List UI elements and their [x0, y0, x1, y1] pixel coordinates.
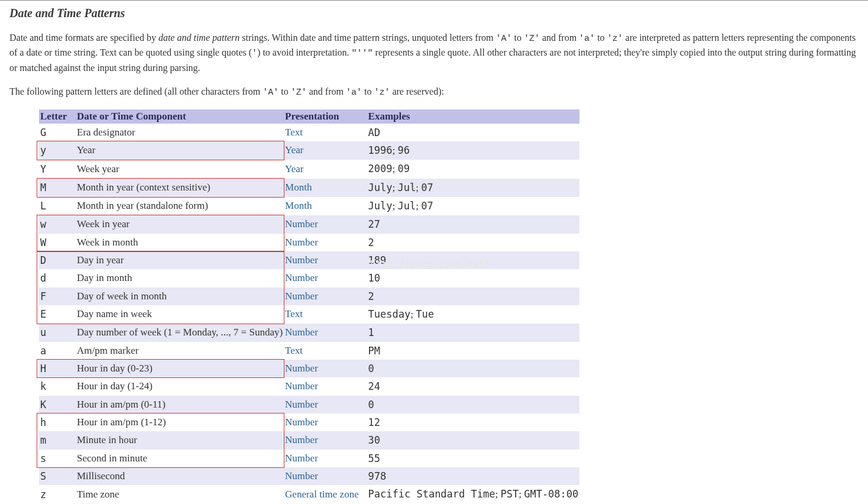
cell-component: Hour in am/pm (1-12) — [76, 413, 284, 431]
code: ' — [252, 49, 257, 59]
table-row: aAm/pm markerTextPM — [39, 342, 579, 360]
table-row: kHour in day (1-24)Number24 — [39, 377, 579, 395]
cell-letter: H — [39, 360, 76, 377]
table-row: HHour in day (0-23)Number0 — [39, 360, 579, 377]
cell-presentation[interactable]: Year — [284, 141, 367, 160]
cell-examples: PM — [367, 342, 580, 360]
table-row: SMillisecondNumber978 — [39, 467, 579, 485]
cell-examples: AD — [367, 124, 580, 141]
cell-presentation[interactable]: Text — [284, 305, 367, 324]
cell-component: Time zone — [76, 485, 284, 503]
cell-presentation[interactable]: Number — [284, 215, 367, 233]
cell-component: Week year — [76, 160, 284, 178]
cell-component: Day in year — [76, 251, 284, 269]
table-row: mMinute in hourNumber30 — [39, 431, 579, 449]
table-row: zTime zoneGeneral time zonePacific Stand… — [39, 485, 579, 503]
code: "''" — [352, 49, 373, 59]
cell-letter: u — [39, 324, 76, 341]
cell-examples: 1996; 96 — [367, 141, 580, 160]
table-row: KHour in am/pm (0-11)Number0 — [39, 396, 579, 413]
cell-examples: 10 — [367, 269, 580, 287]
cell-component: Month in year (standalone form) — [76, 197, 284, 215]
cell-letter: M — [39, 179, 76, 197]
text: to — [511, 33, 523, 43]
table-row: MMonth in year (context sensitive)MonthJ… — [39, 179, 579, 197]
cell-presentation[interactable]: Month — [284, 197, 367, 215]
cell-presentation[interactable]: Number — [284, 396, 367, 413]
cell-presentation[interactable]: Number — [284, 450, 367, 467]
text: strings. Within date and time pattern st… — [239, 33, 495, 43]
code: 'Z' — [291, 88, 307, 98]
cell-presentation[interactable]: Number — [284, 251, 367, 269]
code: 'z' — [607, 34, 623, 44]
cell-letter: S — [39, 467, 76, 485]
text: Date and time formats are specified by — [9, 33, 158, 43]
text: to — [278, 86, 290, 96]
col-examples: Examples — [367, 109, 580, 124]
cell-presentation[interactable]: Number — [284, 324, 367, 341]
cell-component: Hour in am/pm (0-11) — [76, 396, 284, 413]
cell-examples: 12 — [367, 413, 580, 431]
cell-presentation[interactable]: Text — [284, 124, 367, 141]
table-row: GEra designatorTextAD — [39, 124, 579, 141]
cell-letter: W — [39, 234, 76, 251]
cell-letter: L — [39, 197, 76, 215]
code: 'a' — [579, 34, 595, 44]
cell-component: Week in month — [76, 234, 284, 251]
cell-examples: Tuesday; Tue — [367, 305, 580, 324]
section-title: Date and Time Patterns — [9, 7, 859, 20]
cell-examples: 2009; 09 — [367, 160, 580, 178]
table-header-row: Letter Date or Time Component Presentati… — [39, 109, 579, 124]
cell-presentation[interactable]: Number — [284, 269, 367, 287]
table-row: DDay in yearNumber189 — [39, 251, 579, 269]
cell-component: Era designator — [76, 124, 284, 141]
cell-letter: m — [39, 431, 76, 449]
cell-component: Hour in day (0-23) — [76, 360, 284, 377]
cell-presentation[interactable]: Number — [284, 467, 367, 485]
cell-presentation[interactable]: Year — [284, 160, 367, 178]
cell-presentation[interactable]: Number — [284, 431, 367, 449]
cell-examples: Pacific Standard Time; PST; GMT-08:00 — [367, 485, 580, 503]
table-row: uDay number of week (1 = Monday, ..., 7 … — [39, 324, 579, 341]
cell-letter: a — [39, 342, 76, 360]
cell-presentation[interactable]: Text — [284, 342, 367, 360]
cell-letter: D — [39, 251, 76, 269]
cell-component: Hour in day (1-24) — [76, 377, 284, 395]
cell-examples: 0 — [367, 360, 580, 377]
code: 'A' — [263, 88, 278, 98]
cell-letter: h — [39, 413, 76, 431]
cell-examples: 0 — [367, 396, 580, 413]
cell-examples: 2 — [367, 287, 580, 305]
table-row: FDay of week in monthNumber2 — [39, 287, 579, 305]
cell-examples: 24 — [367, 377, 580, 395]
cell-letter: Y — [39, 160, 76, 178]
cell-component: Second in minute — [76, 450, 284, 467]
cell-letter: w — [39, 215, 76, 233]
emphasis: date and time pattern — [158, 33, 239, 43]
cell-presentation[interactable]: Number — [284, 413, 367, 431]
code: 'A' — [495, 34, 511, 44]
text: The following pattern letters are define… — [9, 86, 263, 96]
cell-component: Month in year (context sensitive) — [76, 179, 284, 197]
pattern-table: Letter Date or Time Component Presentati… — [39, 109, 579, 504]
cell-examples: 189 — [367, 251, 580, 269]
cell-presentation[interactable]: Number — [284, 360, 367, 377]
code: 'a' — [346, 88, 362, 98]
text: to — [595, 33, 607, 43]
text: to — [362, 86, 374, 96]
cell-letter: d — [39, 269, 76, 287]
table-row: YWeek yearYear2009; 09 — [39, 160, 579, 178]
cell-presentation[interactable]: Number — [284, 377, 367, 395]
table-row: dDay in monthNumber10 — [39, 269, 579, 287]
cell-presentation[interactable]: General time zone — [284, 485, 367, 503]
cell-component: Week in year — [76, 215, 284, 233]
cell-presentation[interactable]: Number — [284, 234, 367, 251]
cell-presentation[interactable]: Month — [284, 179, 367, 197]
cell-examples: 1 — [367, 324, 580, 341]
table-row: WWeek in monthNumber2 — [39, 234, 579, 251]
text: and from — [540, 33, 579, 43]
cell-letter: G — [39, 124, 76, 141]
cell-component: Year — [76, 141, 284, 160]
cell-presentation[interactable]: Number — [284, 287, 367, 305]
table-row: EDay name in weekTextTuesday; Tue — [39, 305, 579, 324]
